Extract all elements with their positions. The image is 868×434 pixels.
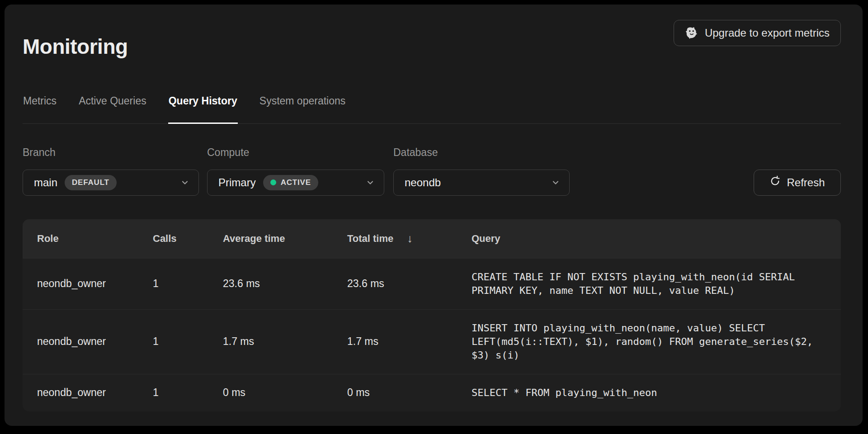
query-cell: CREATE TABLE IF NOT EXISTS playing_with_… <box>472 270 841 297</box>
query-history-table: Role Calls Average time Total time ↓ Que… <box>23 219 841 411</box>
calls-cell: 1 <box>153 387 223 399</box>
tab-metrics[interactable]: Metrics <box>23 93 57 123</box>
column-header-role[interactable]: Role <box>23 233 153 245</box>
active-status-badge: ACTIVE <box>263 175 318 190</box>
filters-section: Branch Compute Database main DEFAULT Pri… <box>23 146 841 196</box>
page-title: Monitoring <box>23 34 128 59</box>
refresh-icon <box>769 175 781 189</box>
column-header-average-time[interactable]: Average time <box>223 233 347 245</box>
column-header-calls[interactable]: Calls <box>153 233 223 245</box>
database-select[interactable]: neondb <box>393 170 570 196</box>
total-time-cell: 1.7 ms <box>347 335 472 348</box>
active-status-dot <box>270 179 276 185</box>
compute-select-value: Primary <box>218 176 256 189</box>
table-row: neondb_owner 1 1.7 ms 1.7 ms INSERT INTO… <box>23 309 841 374</box>
sort-descending-icon[interactable]: ↓ <box>407 232 413 245</box>
tab-query-history[interactable]: Query History <box>168 93 238 123</box>
total-time-cell: 0 ms <box>347 387 472 399</box>
total-time-header-label: Total time <box>347 233 393 245</box>
column-header-total-time[interactable]: Total time ↓ <box>347 232 472 245</box>
tab-system-operations[interactable]: System operations <box>259 93 346 123</box>
upgrade-button-label: Upgrade to export metrics <box>705 27 830 39</box>
average-time-cell: 0 ms <box>223 387 347 399</box>
total-time-cell: 23.6 ms <box>347 278 472 290</box>
calls-cell: 1 <box>153 278 223 290</box>
average-time-cell: 23.6 ms <box>223 278 347 290</box>
chevron-down-icon <box>366 178 375 187</box>
upgrade-to-export-metrics-button[interactable]: Upgrade to export metrics <box>674 20 841 46</box>
table-row: neondb_owner 1 0 ms 0 ms SELECT * FROM p… <box>23 374 841 411</box>
monitoring-tabs: Metrics Active Queries Query History Sys… <box>23 93 841 124</box>
average-time-cell: 1.7 ms <box>223 335 347 348</box>
table-row: neondb_owner 1 23.6 ms 23.6 ms CREATE TA… <box>23 258 841 309</box>
datadog-icon <box>685 26 698 40</box>
default-branch-badge: DEFAULT <box>65 175 117 190</box>
database-select-value: neondb <box>405 176 441 189</box>
query-cell: INSERT INTO playing_with_neon(name, valu… <box>472 321 841 362</box>
role-cell: neondb_owner <box>23 387 153 399</box>
page-header: Monitoring Upgrade to export metrics <box>23 20 841 73</box>
column-header-query[interactable]: Query <box>472 233 841 245</box>
branch-select[interactable]: main DEFAULT <box>23 170 199 196</box>
role-cell: neondb_owner <box>23 278 153 290</box>
monitoring-page: Monitoring Upgrade to export metrics Met… <box>5 5 863 426</box>
calls-cell: 1 <box>153 335 223 348</box>
refresh-button[interactable]: Refresh <box>754 170 841 196</box>
tab-active-queries[interactable]: Active Queries <box>78 93 147 123</box>
chevron-down-icon <box>180 178 189 187</box>
role-cell: neondb_owner <box>23 335 153 348</box>
query-cell: SELECT * FROM playing_with_neon <box>472 386 841 400</box>
chevron-down-icon <box>551 178 560 187</box>
refresh-button-label: Refresh <box>787 176 825 189</box>
active-status-label: ACTIVE <box>281 178 311 187</box>
compute-select[interactable]: Primary ACTIVE <box>207 170 384 196</box>
branch-select-value: main <box>34 176 57 189</box>
compute-label: Compute <box>207 146 393 159</box>
table-header-row: Role Calls Average time Total time ↓ Que… <box>23 219 841 258</box>
database-label: Database <box>393 146 438 159</box>
branch-label: Branch <box>23 146 207 159</box>
